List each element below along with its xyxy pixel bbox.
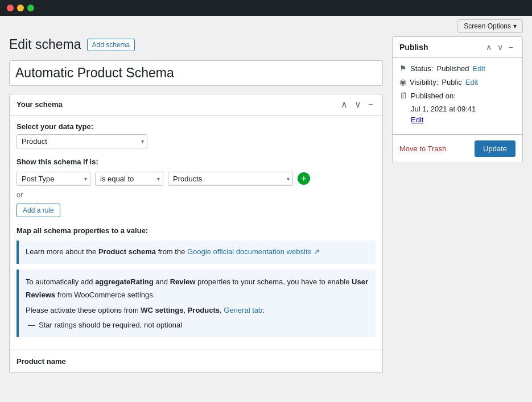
warning-and-text: and xyxy=(154,277,170,286)
visibility-edit-text: Edit xyxy=(465,78,478,86)
info-text-mid: from the xyxy=(156,247,187,256)
your-schema-metabox-header[interactable]: Your schema ∧ ∨ − xyxy=(10,94,382,115)
status-edit-text: Edit xyxy=(473,64,485,73)
info-text-pre: Learn more about the xyxy=(26,247,98,256)
main-content: Edit schema Add schema Your schema ∧ ∨ xyxy=(0,36,532,402)
calendar-icon: 🗓 xyxy=(399,91,407,100)
warning-comma1: , xyxy=(183,306,187,314)
external-link-icon: ↗ xyxy=(314,247,320,256)
screen-options-button[interactable]: Screen Options ▾ xyxy=(457,19,523,33)
top-bar: Screen Options ▾ xyxy=(0,16,532,36)
publish-collapse-button[interactable]: − xyxy=(506,42,515,53)
published-value: Jul 1, 2021 at 09:41 xyxy=(411,105,476,113)
warning-from-text: from WooCommerce settings. xyxy=(55,291,155,299)
chevron-down-icon: ∨ xyxy=(354,100,361,109)
status-value: Published xyxy=(436,64,469,73)
metabox-controls: ∧ ∨ − xyxy=(339,99,376,110)
update-button[interactable]: Update xyxy=(475,140,515,157)
schema-title-input[interactable] xyxy=(9,60,383,86)
published-date-row: Jul 1, 2021 at 09:41 xyxy=(411,105,515,113)
publish-header-controls: ∧ ∨ − xyxy=(484,42,515,53)
map-properties-section: Map all schema properties to a value: Le… xyxy=(17,226,376,337)
window-maximize-dot[interactable] xyxy=(27,5,34,11)
product-name-label: Product name xyxy=(17,357,66,366)
metabox-collapse-button[interactable]: − xyxy=(366,99,376,110)
value-select[interactable]: Products Posts Pages xyxy=(168,172,293,186)
operator-select-wrapper: is equal to is not equal to contains doe… xyxy=(95,172,163,186)
warning-enable-text: properties to your schema, you have to e… xyxy=(195,277,352,286)
visibility-row: ◉ Visibility: Public Edit xyxy=(399,77,515,86)
warning-activate-text: Please activate these options from xyxy=(26,306,141,314)
post-type-select-wrapper: Post Type Category Tag ▾ xyxy=(17,172,90,186)
bullet-dash: — xyxy=(28,318,35,331)
page-wrapper: Screen Options ▾ Edit schema Add schema … xyxy=(0,16,532,402)
warning-line-2: Please activate these options from WC se… xyxy=(26,304,369,317)
visibility-edit-link[interactable]: Edit xyxy=(465,78,478,86)
page-heading: Edit schema Add schema xyxy=(9,36,383,53)
published-label: Published on: xyxy=(411,92,456,100)
published-on-row: 🗓 Published on: xyxy=(399,91,515,100)
window-close-dot[interactable] xyxy=(7,5,14,11)
warning-pre-text: To automatically add xyxy=(26,277,95,286)
metabox-down-button[interactable]: ∨ xyxy=(352,99,364,110)
google-docs-link[interactable]: Google official documentation website ↗ xyxy=(187,247,320,256)
add-condition-icon-button[interactable]: + xyxy=(298,172,310,185)
screen-options-label: Screen Options xyxy=(464,22,511,30)
screen-options-arrow-icon: ▾ xyxy=(513,22,517,30)
general-tab-link[interactable]: General tab xyxy=(224,306,262,314)
published-edit-link[interactable]: Edit xyxy=(411,115,423,124)
status-label: Status: xyxy=(410,64,433,73)
warning-products: Products xyxy=(188,306,220,314)
status-row: ⚑ Status: Published Edit xyxy=(399,64,515,73)
bullet-text: Star ratings should be required, not opt… xyxy=(39,318,182,331)
warning-line-1: To automatically add aggregateRating and… xyxy=(26,275,369,302)
warning-review: Review xyxy=(170,277,196,286)
left-panel: Edit schema Add schema Your schema ∧ ∨ xyxy=(9,36,383,393)
or-separator: or xyxy=(17,190,376,199)
collapse-icon: − xyxy=(368,100,373,109)
metabox-up-button[interactable]: ∧ xyxy=(339,99,350,110)
warning-wc-settings: WC settings xyxy=(141,306,183,314)
add-schema-button[interactable]: Add schema xyxy=(87,39,135,51)
title-bar xyxy=(0,0,532,16)
move-to-trash-button[interactable]: Move to Trash xyxy=(399,144,446,153)
visibility-value: Public xyxy=(442,78,461,86)
plus-icon: + xyxy=(301,174,306,183)
status-icon: ⚑ xyxy=(399,64,407,73)
window-minimize-dot[interactable] xyxy=(17,5,24,11)
publish-footer: Move to Trash Update xyxy=(393,134,522,163)
show-schema-label: Show this schema if is: xyxy=(17,158,376,166)
publish-metabox: Publish ∧ ∨ − ⚑ Status: Published Edit xyxy=(392,36,523,163)
right-panel: Publish ∧ ∨ − ⚑ Status: Published Edit xyxy=(392,36,523,393)
status-edit-link[interactable]: Edit xyxy=(473,64,485,73)
add-rule-button[interactable]: Add a rule xyxy=(17,204,60,217)
value-select-wrapper: Products Posts Pages ▾ xyxy=(168,172,293,186)
data-type-select-wrapper: Product Article Event FAQ HowTo LocalBus… xyxy=(17,134,147,148)
map-properties-heading: Map all schema properties to a value: xyxy=(17,226,376,235)
condition-rule-row: Post Type Category Tag ▾ is equal to is … xyxy=(17,172,376,186)
publish-down-button[interactable]: ∨ xyxy=(495,42,505,53)
product-schema-info-box: Learn more about the Product schema from… xyxy=(17,241,376,264)
google-docs-link-text: Google official documentation website xyxy=(187,247,312,256)
publish-title: Publish xyxy=(399,43,428,52)
publish-header: Publish ∧ ∨ − xyxy=(393,37,522,58)
warning-colon: : xyxy=(262,306,265,314)
data-type-label: Select your data type: xyxy=(17,122,376,131)
chevron-up-icon: ∧ xyxy=(341,100,348,109)
published-edit-text: Edit xyxy=(411,115,423,124)
publish-up-button[interactable]: ∧ xyxy=(484,42,494,53)
info-text-bold: Product schema xyxy=(98,247,156,256)
publish-body: ⚑ Status: Published Edit ◉ Visibility: P… xyxy=(393,58,522,134)
aggregate-rating-warning-box: To automatically add aggregateRating and… xyxy=(17,270,376,338)
your-schema-title: Your schema xyxy=(17,100,63,109)
operator-select[interactable]: is equal to is not equal to contains doe… xyxy=(95,172,163,186)
general-tab-text: General tab xyxy=(224,306,262,314)
product-name-section: Product name xyxy=(10,350,382,372)
visibility-icon: ◉ xyxy=(399,77,406,86)
page-title: Edit schema xyxy=(9,36,81,53)
your-schema-metabox: Your schema ∧ ∨ − Select you xyxy=(9,94,383,373)
data-type-select[interactable]: Product Article Event FAQ HowTo LocalBus… xyxy=(17,134,147,148)
post-type-select[interactable]: Post Type Category Tag xyxy=(17,172,90,186)
visibility-label: Visibility: xyxy=(410,78,438,86)
bullet-item-star-rating: — Star ratings should be required, not o… xyxy=(26,318,369,331)
